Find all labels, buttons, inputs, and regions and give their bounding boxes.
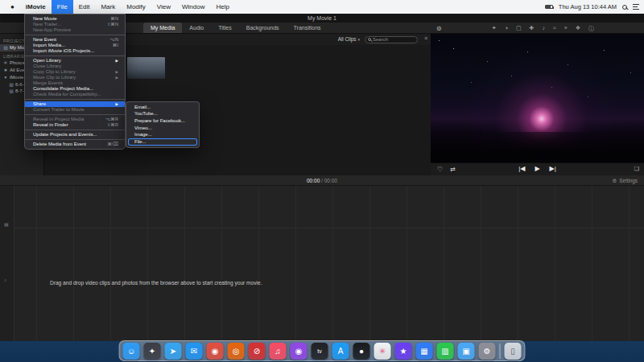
file-menu-item-new-movie[interactable]: New Movie⌘N: [25, 16, 125, 22]
spotlight-search-icon[interactable]: [622, 5, 627, 10]
share-item-file[interactable]: File...: [128, 138, 197, 146]
dock-icon-numbers[interactable]: ▥: [437, 343, 454, 360]
menu-edit[interactable]: Edit: [73, 0, 96, 14]
clip-thumbnail[interactable]: [127, 57, 165, 79]
menu-imovie[interactable]: iMovie: [20, 0, 52, 14]
favorite-heart-icon[interactable]: ♡: [437, 166, 443, 173]
dock-icon-apple-tv[interactable]: tv: [312, 343, 328, 360]
dock-icon-imovie[interactable]: ★: [395, 343, 412, 360]
menu-item-shortcut: ⇧⌘R: [107, 122, 118, 128]
menu-item-shortcut: ⌘⌫: [107, 142, 118, 147]
share-item-prepare-for-facebook[interactable]: Prepare for Facebook...: [126, 117, 199, 125]
search-icon: [368, 38, 371, 41]
dock-icon-podcasts[interactable]: ◉: [291, 343, 308, 360]
auto-enhance-wand-icon[interactable]: ✦: [492, 25, 497, 33]
dock-icon-trash[interactable]: ▯: [505, 343, 522, 360]
share-item-email[interactable]: Email...: [126, 104, 199, 111]
menu-help[interactable]: Help: [210, 0, 234, 14]
viewer-adjustment-toolbar: ✦◑▢✚♪≈»❖ⓘ: [492, 25, 594, 33]
file-menu-item-merge-events: Merge Events: [25, 80, 125, 86]
file-menu-item-new-event[interactable]: New Event⌥N: [25, 37, 125, 43]
fullscreen-icon[interactable]: ❏: [634, 166, 639, 172]
file-menu-item-convert-trailer-to-movie: Convert Trailer to Movie: [25, 107, 125, 113]
menu-separator: [25, 56, 125, 56]
apple-menu[interactable]: ●: [5, 3, 20, 10]
clip-filter-dropdown[interactable]: All Clips ▾: [338, 36, 360, 42]
file-menu-item-close-library: Close Library: [25, 64, 125, 69]
dock-icon-do-not-disturb[interactable]: ⊘: [249, 343, 266, 360]
share-item-vimeo[interactable]: Vimeo...: [126, 125, 199, 132]
menu-bar-clock[interactable]: Thu Aug 13 10:44 AM: [559, 3, 617, 10]
file-menu-item-delete-media-from-event[interactable]: Delete Media from Event⌘⌫: [25, 142, 125, 147]
menu-mark[interactable]: Mark: [95, 0, 121, 14]
menu-item-label: Reveal in Finder: [33, 122, 68, 128]
dock-icon-app-store[interactable]: A: [332, 343, 349, 360]
dock-icon-safari[interactable]: ➤: [165, 343, 182, 360]
file-menu-item-consolidate-project-media[interactable]: Consolidate Project Media...: [25, 86, 125, 92]
menu-separator: [25, 35, 125, 35]
sidebar-item-label: Photos: [10, 60, 25, 65]
share-submenu: Email...YouTube...Prepare for Facebook..…: [126, 101, 200, 148]
menu-separator: [25, 99, 125, 100]
dock-icon-firefox[interactable]: ◎: [228, 343, 245, 360]
video-track-icon: ▤: [4, 221, 9, 227]
tab-audio[interactable]: Audio: [182, 23, 211, 33]
stabilization-icon[interactable]: ✚: [530, 25, 535, 33]
file-menu-item-import-imovie-ios-projects[interactable]: Import iMovie iOS Projects...: [25, 48, 125, 54]
menu-modify[interactable]: Modify: [121, 0, 151, 14]
menu-item-shortcut: ⌥N: [110, 37, 119, 43]
tab-titles[interactable]: Titles: [211, 23, 238, 33]
file-menu-item-share[interactable]: Share▶: [25, 101, 125, 107]
dock-icon-music[interactable]: ♫: [270, 343, 287, 360]
crop-icon[interactable]: ▢: [516, 25, 522, 33]
timecode-current: 00:00: [307, 178, 320, 183]
volume-icon[interactable]: ♪: [542, 25, 545, 33]
timeline-settings-label: Settings: [619, 178, 638, 183]
dock-icon-system-preferences[interactable]: ⚙: [479, 343, 496, 360]
timeline[interactable]: ▤ ♪ Drag and drop video clips and photos…: [0, 186, 644, 341]
timecode-total: / 00:00: [321, 178, 337, 183]
dock-icon-keynote[interactable]: ▦: [416, 343, 433, 360]
timeline-settings-button[interactable]: ⚙ Settings: [613, 178, 638, 183]
dock-separator: [500, 343, 501, 359]
dock-icon-preview[interactable]: ▣: [458, 343, 475, 360]
menu-file[interactable]: File: [52, 0, 73, 14]
dock-icon-launchpad[interactable]: ✦: [144, 343, 161, 360]
noise-reduction-icon[interactable]: ≈: [553, 25, 556, 33]
dock-icon-camera[interactable]: ●: [353, 343, 370, 360]
dock-icon-photos[interactable]: ✳: [374, 343, 391, 360]
info-icon[interactable]: ⓘ: [588, 25, 594, 33]
file-menu-item-import-media[interactable]: Import Media...⌘I: [25, 43, 125, 48]
menu-item-label: New App Preview: [33, 27, 71, 33]
speed-icon[interactable]: »: [564, 25, 568, 33]
dock-icon-chrome[interactable]: ◉: [207, 343, 224, 360]
menu-window[interactable]: Window: [176, 0, 210, 14]
color-balance-icon[interactable]: ◑: [505, 25, 508, 33]
file-menu-dropdown: New Movie⌘NNew Trailer...⇧⌘NNew App Prev…: [24, 14, 126, 150]
menu-item-label: Import iMovie iOS Projects...: [33, 48, 94, 54]
menu-separator: [25, 114, 125, 115]
file-menu-item-open-library[interactable]: Open Library▶: [25, 58, 125, 64]
share-item-youtube[interactable]: YouTube...: [126, 111, 199, 118]
search-field[interactable]: [365, 36, 418, 43]
wrench-icon[interactable]: ⚙: [436, 25, 442, 32]
previous-button[interactable]: |◀: [518, 165, 525, 172]
playback-transport: |◀▶▶|: [518, 165, 556, 172]
tab-backgrounds[interactable]: Backgrounds: [239, 23, 287, 33]
file-menu-item-reveal-in-finder[interactable]: Reveal in Finder⇧⌘R: [25, 122, 125, 128]
menu-view[interactable]: View: [151, 0, 176, 14]
search-input[interactable]: [373, 37, 415, 42]
dock-icon-finder[interactable]: ☺: [123, 343, 140, 360]
tab-transitions[interactable]: Transitions: [287, 23, 328, 33]
menu-item-label: Convert Trailer to Movie: [33, 107, 85, 113]
dock-icon-mail[interactable]: ✉: [186, 343, 203, 360]
notification-center-icon[interactable]: [633, 4, 639, 10]
tab-my-media[interactable]: My Media: [143, 23, 182, 33]
play-button[interactable]: ▶: [535, 165, 539, 172]
crossed-arrows-icon[interactable]: ⇄: [450, 166, 456, 173]
file-menu-item-update-projects-and-events[interactable]: Update Projects and Events...: [25, 132, 125, 138]
effects-icon[interactable]: ❖: [576, 25, 580, 33]
share-item-image[interactable]: Image...: [126, 131, 199, 138]
filter-settings-icon[interactable]: ≡: [424, 35, 427, 41]
next-button[interactable]: ▶|: [550, 165, 556, 172]
